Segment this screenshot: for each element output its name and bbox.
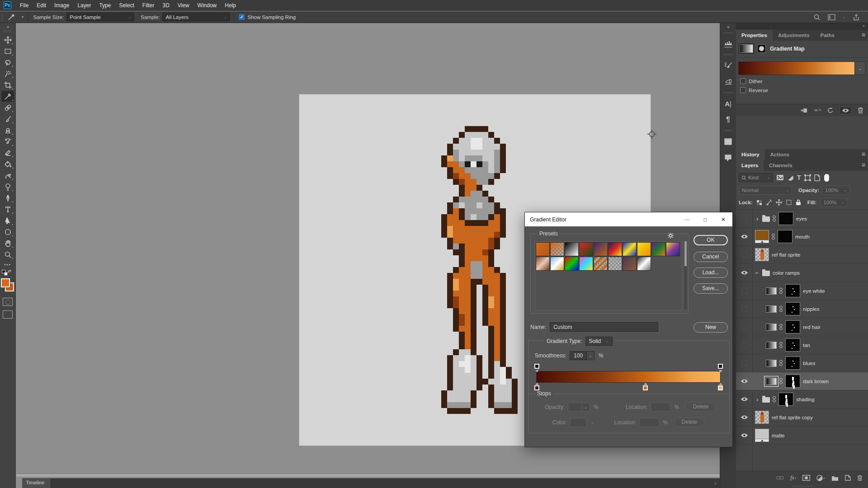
move-tool[interactable] [1, 34, 14, 45]
horizontal-scrollbar[interactable] [16, 474, 720, 477]
hand-tool[interactable] [1, 238, 14, 249]
preset-blue-yellow-blue[interactable] [623, 242, 637, 256]
smart-object-filter-icon[interactable] [814, 174, 820, 181]
menu-help[interactable]: Help [221, 0, 240, 11]
histogram-icon[interactable] [722, 37, 735, 51]
layer-visibility-toggle[interactable] [736, 360, 752, 366]
menu-layer[interactable]: Layer [73, 0, 95, 11]
kind-filter-dropdown[interactable]: Kind ⌄ [739, 173, 773, 182]
options-grip[interactable] [1, 13, 3, 21]
gradient-preview-bar[interactable] [739, 62, 854, 75]
history-menu-icon[interactable]: ≡ [862, 150, 865, 158]
marquee-tool[interactable] [1, 46, 14, 56]
tool-preset-chevron-icon[interactable]: ▾ [22, 15, 24, 19]
preset-transparent[interactable] [608, 257, 622, 271]
tab-paths[interactable]: Paths [815, 30, 840, 41]
brush-tool[interactable] [1, 113, 14, 124]
properties-menu-icon[interactable]: ≡ [862, 31, 865, 38]
layer-mask-thumbnail[interactable] [785, 357, 800, 370]
smudge-tool[interactable] [1, 170, 14, 181]
menu-window[interactable]: Window [193, 0, 221, 11]
tab-actions[interactable]: Actions [765, 149, 795, 160]
layer-mask-thumbnail[interactable] [785, 320, 800, 333]
reset-icon[interactable] [827, 107, 834, 113]
lock-move-icon[interactable] [776, 199, 782, 206]
layer-row-mouth[interactable]: mouth [736, 228, 868, 246]
pixel-filter-icon[interactable] [776, 174, 784, 181]
gradient-preview-control[interactable]: ⌄ [738, 61, 866, 75]
toolbar-grip[interactable] [4, 30, 12, 32]
delete-opacity-stop-button[interactable]: Delete [685, 402, 716, 412]
gradient-preview-chevron-icon[interactable]: ⌄ [854, 62, 865, 75]
menu-view[interactable]: View [174, 0, 193, 11]
group-chevron-icon[interactable]: › [754, 271, 761, 275]
add-mask-icon[interactable] [802, 475, 810, 481]
layer-mask-thumbnail[interactable] [785, 284, 800, 297]
adjustment-thumbnail[interactable] [755, 230, 769, 243]
preset-black-white[interactable] [565, 242, 579, 256]
fx-icon[interactable]: fx▾ [790, 474, 796, 481]
dither-checkbox[interactable]: ✓ [740, 78, 746, 84]
layer-row-ref-flat-sprite[interactable]: ref flat sprite [736, 246, 868, 264]
sample-size-dropdown[interactable]: Point Sample⌄ [66, 13, 134, 21]
menu-filter[interactable]: Filter [138, 0, 159, 11]
layer-row-blues[interactable]: blues [736, 354, 868, 372]
layer-mask-thumbnail[interactable] [785, 338, 800, 352]
layer-visibility-toggle[interactable] [736, 342, 752, 348]
new-group-icon[interactable] [831, 475, 839, 481]
lasso-tool[interactable] [1, 57, 14, 68]
preset-solid-orange[interactable] [536, 242, 550, 256]
gradient-thumbnail[interactable] [766, 378, 777, 385]
layer-row-eyes[interactable]: ›eyes [736, 210, 868, 228]
search-icon[interactable] [813, 14, 821, 21]
menu-type[interactable]: Type [95, 0, 115, 11]
preset-blue-red-yellow[interactable] [608, 242, 622, 256]
gradient-thumbnail[interactable] [766, 324, 777, 331]
gradient-thumbnail[interactable] [766, 360, 777, 367]
layer-thumbnail[interactable] [755, 248, 769, 261]
sample-dropdown[interactable]: All Layers⌄ [162, 13, 230, 21]
layer-row-shading[interactable]: ›shading [736, 390, 868, 408]
color-stop-100[interactable] [718, 385, 723, 390]
layer-thumbnail[interactable] [755, 411, 769, 424]
layer-visibility-toggle[interactable] [736, 379, 752, 384]
crop-tool[interactable] [1, 80, 14, 90]
clone-stamp-tool[interactable] [1, 125, 14, 136]
layer-comps-icon[interactable] [722, 135, 735, 148]
gradient-name-input[interactable]: Custom [550, 322, 658, 332]
eyedropper-icon[interactable] [8, 13, 15, 21]
visibility-eye-icon[interactable] [840, 107, 852, 114]
opacity-stop-0[interactable] [534, 364, 539, 369]
layer-mask-thumbnail[interactable] [778, 212, 793, 225]
notes-icon[interactable] [722, 151, 735, 164]
new-button[interactable]: New [693, 322, 728, 333]
link-layers-icon[interactable] [776, 476, 784, 480]
color-stop-59[interactable] [643, 385, 648, 390]
layer-visibility-toggle[interactable] [736, 234, 752, 239]
path-select-tool[interactable] [1, 215, 14, 226]
gradient-map-mask-icon[interactable] [757, 44, 766, 53]
swap-colors-icon[interactable]: ⇄ [8, 269, 11, 273]
preset-red-green[interactable] [579, 242, 593, 256]
color-location-field[interactable] [639, 418, 659, 427]
layer-row-matte[interactable]: matte [736, 427, 868, 445]
preset-orange-to-transparent[interactable] [550, 242, 564, 256]
menu-select[interactable]: Select [115, 0, 138, 11]
dodge-tool[interactable] [1, 181, 14, 192]
default-colors-control[interactable]: ⇄ [2, 270, 10, 276]
layer-row-eye-white[interactable]: eye white [736, 282, 868, 300]
clip-to-layer-icon[interactable] [800, 108, 807, 113]
reverse-checkbox[interactable]: ✓ [740, 87, 746, 93]
tab-history[interactable]: History [736, 149, 765, 160]
presets-gear-icon[interactable] [667, 232, 674, 239]
layer-visibility-toggle[interactable] [736, 288, 752, 294]
gradient-map-thumbnail[interactable] [740, 44, 753, 53]
layer-row-red-hair[interactable]: red hair [736, 318, 868, 336]
fill-thumbnail[interactable] [755, 429, 769, 442]
layer-mask-thumbnail[interactable] [778, 393, 793, 406]
pen-tool[interactable] [1, 192, 14, 203]
filter-toggle[interactable] [824, 174, 829, 182]
healing-brush-tool[interactable] [1, 102, 14, 113]
color-stop-0[interactable] [534, 385, 539, 390]
opacity-dropdown[interactable]: 100%⌄ [822, 186, 850, 195]
